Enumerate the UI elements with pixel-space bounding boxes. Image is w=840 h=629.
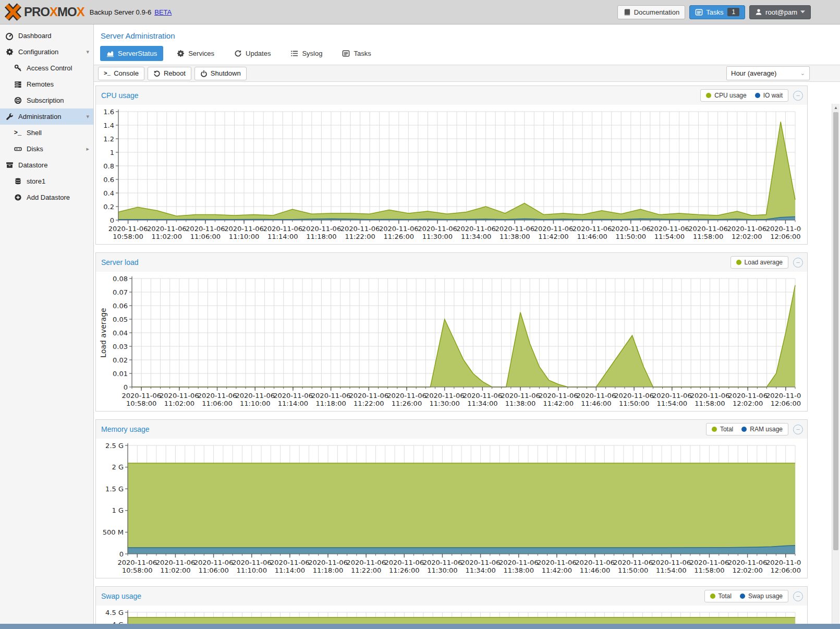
sidebar-item-remotes[interactable]: Remotes — [0, 76, 93, 92]
expand-chevron-icon[interactable]: ▸ — [86, 146, 89, 152]
reboot-button[interactable]: Reboot — [148, 67, 191, 80]
book-icon — [623, 8, 631, 16]
collapse-panel-button[interactable]: − — [793, 591, 803, 601]
shutdown-button[interactable]: Shutdown — [194, 67, 247, 80]
legend-item: RAM usage — [741, 426, 783, 433]
server-load-chart[interactable]: 00.010.020.030.040.050.060.070.082020-11… — [99, 273, 805, 410]
cpu-usage-panel: CPU usage CPU usageIO wait − 00.20.40.60… — [95, 86, 808, 245]
svg-text:1.6: 1.6 — [103, 108, 114, 116]
beta-link[interactable]: BETA — [154, 8, 172, 16]
svg-text:2020-11-06: 2020-11-06 — [456, 225, 496, 233]
dashboard-icon — [5, 32, 14, 40]
panel-title: Memory usage — [101, 425, 150, 433]
database-icon — [14, 177, 22, 186]
user-menu-button[interactable]: root@pam — [749, 5, 811, 19]
tasks-button[interactable]: Tasks 1 — [689, 5, 745, 19]
swap-usage-chart[interactable]: 0500 M1 G1.5 G2 G2.5 G3 G3.5 G4 G4.5 G20… — [99, 607, 805, 624]
svg-text:2020-11-06: 2020-11-06 — [194, 559, 234, 566]
sidebar-item-add-datastore[interactable]: Add Datastore — [0, 189, 93, 205]
svg-text:0.01: 0.01 — [113, 370, 128, 378]
panel-title: CPU usage — [101, 91, 139, 100]
svg-text:11:38:00: 11:38:00 — [504, 566, 534, 574]
svg-text:2020-11-06: 2020-11-06 — [537, 559, 577, 566]
chart-legend: TotalSwap usage — [704, 590, 788, 602]
svg-text:2020-11-06: 2020-11-06 — [302, 225, 342, 233]
tab-services[interactable]: Services — [171, 46, 221, 61]
tab-serverstatus[interactable]: ServerStatus — [100, 46, 163, 61]
tab-updates[interactable]: Updates — [228, 46, 277, 61]
svg-text:0.05: 0.05 — [113, 316, 128, 323]
cpu-usage-chart[interactable]: 00.20.40.60.811.21.41.62020-11-0610:58:0… — [99, 106, 805, 243]
wrench-icon — [5, 113, 14, 121]
svg-text:11:50:00: 11:50:00 — [616, 233, 646, 240]
svg-text:2020-11-06: 2020-11-06 — [766, 392, 801, 400]
svg-text:2020-11-06: 2020-11-06 — [198, 392, 237, 400]
svg-text:2020-11-06: 2020-11-06 — [273, 392, 313, 400]
chart-panels-area: CPU usage CPU usageIO wait − 00.20.40.60… — [94, 82, 840, 624]
svg-text:2020-11-06: 2020-11-06 — [577, 392, 616, 400]
svg-text:2020-11-06: 2020-11-06 — [387, 392, 427, 400]
tab-syslog[interactable]: Syslog — [284, 46, 328, 61]
svg-text:11:34:00: 11:34:00 — [461, 233, 491, 240]
collapse-panel-button[interactable]: − — [793, 91, 803, 101]
svg-text:2020-11-06: 2020-11-06 — [160, 392, 199, 400]
proxmox-logo: PROXMOX — [4, 3, 84, 21]
collapse-chevron-icon[interactable]: ▾ — [86, 113, 89, 120]
scrollbar-thumb[interactable] — [833, 112, 838, 550]
chart-legend: Load average — [731, 256, 788, 269]
svg-text:11:06:00: 11:06:00 — [190, 233, 221, 240]
list-icon — [290, 50, 298, 57]
sidebar-item-disks[interactable]: Disks ▸ — [0, 141, 93, 157]
svg-text:2020-11-06: 2020-11-06 — [499, 559, 539, 566]
svg-text:11:46:00: 11:46:00 — [580, 566, 610, 574]
svg-text:11:42:00: 11:42:00 — [538, 233, 568, 240]
sidebar-item-datastore[interactable]: Datastore — [0, 157, 93, 173]
svg-text:11:18:00: 11:18:00 — [313, 566, 343, 574]
sidebar-item-administration[interactable]: Administration ▾ — [0, 108, 93, 125]
console-button[interactable]: >_ Console — [98, 67, 144, 80]
chart-legend: CPU usageIO wait — [700, 89, 788, 102]
legend-dot-icon — [706, 93, 711, 98]
sidebar-item-store1[interactable]: store1 — [0, 173, 93, 189]
life-ring-icon — [14, 96, 22, 105]
svg-text:11:58:00: 11:58:00 — [693, 233, 723, 240]
svg-text:11:30:00: 11:30:00 — [429, 400, 459, 407]
svg-text:10:58:00: 10:58:00 — [126, 400, 156, 407]
svg-text:2.5 G: 2.5 G — [105, 442, 124, 450]
svg-text:11:50:00: 11:50:00 — [619, 400, 649, 407]
scroll-up-arrow[interactable]: ▲ — [832, 104, 839, 111]
svg-text:1 G: 1 G — [112, 506, 124, 514]
timeframe-select[interactable]: Hour (average) ⌄ — [726, 66, 810, 80]
svg-text:2020-11-06: 2020-11-06 — [346, 559, 386, 566]
svg-text:1.2: 1.2 — [103, 135, 114, 143]
svg-text:2020-11-06: 2020-11-06 — [425, 392, 465, 400]
svg-text:11:26:00: 11:26:00 — [389, 566, 419, 574]
svg-text:2020-11-06: 2020-11-06 — [766, 225, 801, 233]
documentation-button[interactable]: Documentation — [617, 5, 685, 19]
svg-text:11:26:00: 11:26:00 — [392, 400, 422, 407]
collapse-panel-button[interactable]: − — [793, 258, 803, 268]
svg-text:0: 0 — [119, 550, 124, 558]
svg-text:2020-11-06: 2020-11-06 — [690, 559, 729, 566]
sidebar-item-shell[interactable]: >_ Shell — [0, 125, 93, 141]
svg-text:12:02:00: 12:02:00 — [732, 566, 762, 574]
svg-text:10:58:00: 10:58:00 — [113, 233, 143, 240]
collapse-chevron-icon[interactable]: ▾ — [86, 49, 89, 55]
svg-text:2020-11-06: 2020-11-06 — [232, 559, 272, 566]
legend-dot-icon — [741, 427, 747, 432]
svg-text:0.06: 0.06 — [113, 302, 128, 310]
sidebar-item-dashboard[interactable]: Dashboard — [0, 28, 93, 44]
collapse-panel-button[interactable]: − — [793, 425, 803, 434]
sidebar-item-configuration[interactable]: Configuration ▾ — [0, 44, 93, 60]
svg-text:2020-11-06: 2020-11-06 — [463, 392, 503, 400]
svg-text:2020-11-06: 2020-11-06 — [727, 225, 767, 233]
svg-text:11:22:00: 11:22:00 — [345, 233, 375, 240]
sidebar-item-subscription[interactable]: Subscription — [0, 92, 93, 108]
tab-tasks[interactable]: Tasks — [336, 46, 377, 61]
svg-text:2020-11-06: 2020-11-06 — [235, 392, 275, 400]
svg-text:11:22:00: 11:22:00 — [354, 400, 384, 407]
vertical-scrollbar[interactable]: ▲ ▼ — [832, 104, 839, 629]
sidebar-item-access-control[interactable]: Access Control — [0, 60, 93, 76]
memory-usage-chart[interactable]: 0500 M1 G1.5 G2 G2.5 G2020-11-0610:58:00… — [99, 440, 805, 577]
page-title: Server Administration — [94, 25, 840, 46]
